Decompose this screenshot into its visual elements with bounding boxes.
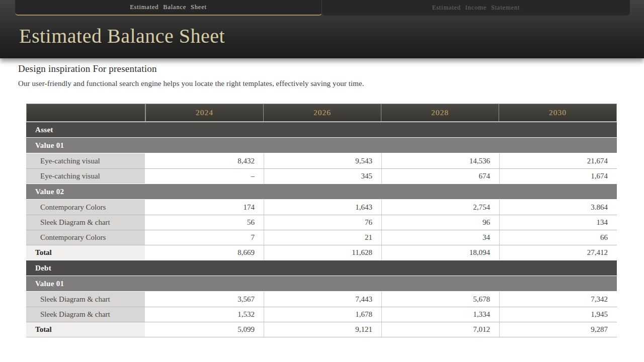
value-cell: 7,012 [381, 322, 499, 337]
table-section-row: Debt [26, 260, 617, 276]
header: Estimated Balance Sheet Estimated Income… [0, 0, 644, 58]
value-cell: 3.864 [499, 200, 617, 215]
value-cell: 1,945 [499, 307, 617, 322]
table-corner-cell [27, 104, 145, 121]
value-cell: 9,543 [264, 153, 381, 168]
value-cell: 174 [145, 200, 264, 215]
table-data-row: Contemporary Colors1741,6432,7543.864 [26, 200, 617, 215]
value-cell: – [145, 169, 264, 184]
table-data-row: Sleek Diagram & chart567696134 [26, 215, 617, 230]
value-cell: 1,674 [499, 169, 617, 184]
value-cell: 3,567 [145, 292, 264, 307]
section-label: Asset [26, 122, 617, 137]
row-label: Eye-catching visual [26, 153, 145, 168]
value-cell: 1,532 [145, 307, 264, 322]
page-title: Estimated Balance Sheet [19, 24, 225, 48]
value-cell: 66 [499, 230, 617, 245]
tab-label: Estimated Income Statement [432, 4, 520, 12]
balance-sheet-table: 2024202620282030AssetValue 01Eye-catchin… [26, 104, 617, 337]
value-cell: 7 [145, 230, 264, 245]
table-subsection-row: Value 02 [26, 184, 617, 199]
value-cell: 18,094 [381, 245, 499, 260]
tab-estimated-income-statement[interactable]: Estimated Income Statement [322, 0, 630, 16]
value-cell: 8,669 [145, 245, 264, 260]
value-cell: 134 [499, 215, 617, 230]
value-cell: 11,628 [264, 245, 381, 260]
value-cell: 96 [381, 215, 499, 230]
value-cell: 7,443 [264, 292, 381, 307]
table-total-row: Total5,0999,1217,0129,287 [26, 322, 617, 337]
row-label: Eye-catching visual [26, 169, 145, 184]
value-cell: 9,121 [264, 322, 381, 337]
value-cell: 21,674 [499, 153, 617, 168]
row-label: Total [26, 322, 145, 337]
table-data-row: Eye-catching visual8,4329,54314,53621,67… [26, 153, 617, 168]
slide: Estimated Balance Sheet Estimated Income… [0, 0, 644, 362]
value-cell: 56 [145, 215, 264, 230]
table-data-row: Sleek Diagram & chart1,5321,6781,3341,94… [26, 307, 617, 322]
value-cell: 27,412 [499, 245, 617, 260]
year-column-header: 2030 [499, 104, 616, 121]
subsection-label: Value 01 [26, 276, 617, 291]
value-cell: 1,334 [381, 307, 499, 322]
subsection-label: Value 02 [26, 184, 617, 199]
value-cell: 1,678 [264, 307, 381, 322]
intro-heading: Design inspiration For presentation [18, 63, 157, 74]
row-label: Contemporary Colors [26, 230, 145, 245]
value-cell: 345 [264, 169, 381, 184]
table-section-row: Asset [26, 122, 617, 137]
row-label: Contemporary Colors [26, 200, 145, 215]
table-header-row: 2024202620282030 [26, 104, 617, 122]
value-cell: 674 [381, 169, 499, 184]
table-subsection-row: Value 01 [26, 138, 617, 153]
tab-estimated-balance-sheet[interactable]: Estimated Balance Sheet [15, 0, 322, 16]
value-cell: 2,754 [381, 200, 499, 215]
value-cell: 9,287 [499, 322, 617, 337]
row-label: Sleek Diagram & chart [26, 307, 145, 322]
year-column-header: 2026 [263, 104, 381, 121]
tab-bar: Estimated Balance Sheet Estimated Income… [15, 0, 630, 16]
row-label: Sleek Diagram & chart [26, 215, 145, 230]
value-cell: 7,342 [499, 292, 617, 307]
value-cell: 76 [264, 215, 381, 230]
row-label: Total [26, 245, 145, 260]
table-subsection-row: Value 01 [26, 276, 617, 291]
table-data-row: Sleek Diagram & chart3,5677,4435,6787,34… [26, 292, 617, 307]
row-label: Sleek Diagram & chart [26, 292, 145, 307]
value-cell: 34 [381, 230, 499, 245]
table-data-row: Eye-catching visual–3456741,674 [26, 168, 617, 184]
table-data-row: Contemporary Colors7213466 [26, 230, 617, 245]
year-column-header: 2024 [145, 104, 263, 121]
section-label: Debt [26, 260, 617, 276]
subsection-label: Value 01 [26, 138, 617, 153]
intro-subheading: Our user-friendly and functional search … [18, 79, 364, 88]
table-total-row: Total8,66911,62818,09427,412 [26, 245, 617, 260]
value-cell: 5,099 [145, 322, 264, 337]
tab-label: Estimated Balance Sheet [130, 4, 207, 11]
value-cell: 5,678 [381, 292, 499, 307]
value-cell: 8,432 [145, 153, 264, 168]
value-cell: 14,536 [381, 153, 499, 168]
value-cell: 21 [264, 230, 381, 245]
year-column-header: 2028 [381, 104, 499, 121]
value-cell: 1,643 [264, 200, 381, 215]
